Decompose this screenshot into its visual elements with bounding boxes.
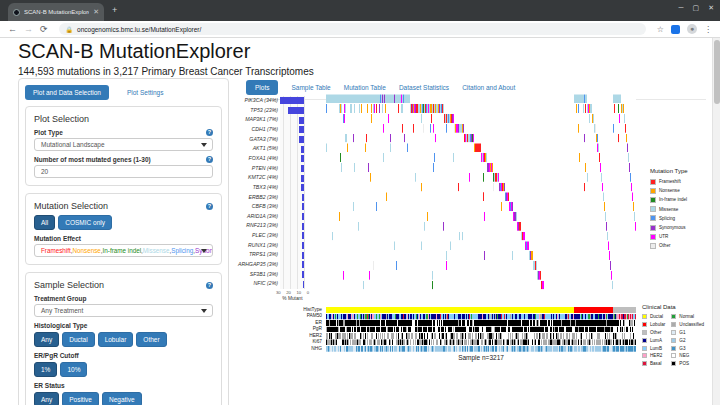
tab-mutation-table[interactable]: Mutation Table	[344, 84, 386, 91]
mutation-type-swatch[interactable]	[650, 179, 656, 185]
profile-avatar[interactable]: ●	[687, 24, 697, 34]
clinical-label[interactable]: G2	[679, 338, 685, 343]
bar-gridline[interactable]	[283, 96, 284, 289]
clinical-label[interactable]: Basal	[650, 361, 662, 366]
tab-plots[interactable]: Plots	[246, 80, 278, 95]
percent-mutant-bar[interactable]	[302, 252, 304, 259]
clinical-swatch[interactable]	[671, 314, 676, 319]
clinical-entry[interactable]: NEG	[671, 352, 704, 360]
mutation-type-label[interactable]: Synonymous	[659, 225, 686, 230]
clinical-entry[interactable]: Basal	[642, 360, 665, 368]
percent-mutant-bar[interactable]	[303, 281, 304, 288]
mutation-type-entry[interactable]: In-frame indel	[650, 195, 710, 204]
clinical-swatch[interactable]	[671, 346, 676, 351]
bar-gridline[interactable]	[290, 96, 291, 289]
mutation-type-entry[interactable]: Frameshift	[650, 177, 710, 186]
er-any-button[interactable]: Any	[34, 392, 59, 405]
mutation-type-label[interactable]: Other	[659, 243, 671, 248]
maximize-icon[interactable]: ▢	[693, 3, 700, 13]
mutation-type-label[interactable]: Missense	[659, 207, 678, 212]
gene-label[interactable]: TBX3 (4%)	[253, 183, 278, 193]
plot-type-help-icon[interactable]: ?	[206, 129, 213, 136]
treatment-group-select[interactable]: Any Treatment	[34, 304, 213, 317]
cutoff-1--button[interactable]: 1%	[34, 362, 57, 377]
clinical-label[interactable]: Ductal	[650, 314, 663, 319]
sample-selection-help-icon[interactable]: ?	[206, 282, 213, 289]
percent-mutant-bar[interactable]	[302, 232, 304, 239]
gene-label[interactable]: CBFB (3%)	[252, 202, 278, 212]
clinical-swatch[interactable]	[642, 322, 647, 327]
page-scrollbar[interactable]	[712, 38, 720, 405]
mutation-selection-help-icon[interactable]: ?	[206, 203, 213, 210]
menu-dots-icon[interactable]: ⋮	[704, 25, 712, 34]
filter-cosmic-only-button[interactable]: COSMIC only	[58, 215, 112, 230]
gene-label[interactable]: GATA3 (7%)	[249, 135, 278, 145]
percent-mutant-bar[interactable]	[302, 203, 304, 210]
clinical-label[interactable]: Unclassified	[679, 322, 704, 327]
clinical-label[interactable]: Normal	[679, 314, 694, 319]
clinical-swatch[interactable]	[671, 338, 676, 343]
percent-mutant-bar[interactable]	[301, 184, 304, 191]
percent-mutant-bar[interactable]	[302, 213, 304, 220]
tab-close-icon[interactable]: ✕	[93, 8, 99, 16]
mutation-type-entry[interactable]: Splicing	[650, 214, 710, 223]
percent-mutant-bar[interactable]	[299, 136, 304, 143]
mutation-type-label[interactable]: Frameshift	[659, 179, 681, 184]
plot-type-select[interactable]: Mutational Landscape	[34, 138, 213, 151]
clinical-label[interactable]: Other	[650, 330, 662, 335]
tab-citation-and-about[interactable]: Citation and About	[462, 84, 515, 91]
mutation-type-entry[interactable]: Synonymous	[650, 223, 710, 232]
scrollbar-thumb[interactable]	[714, 40, 720, 104]
gene-label[interactable]: ARHGAP35 (3%)	[238, 260, 278, 270]
clinical-entry[interactable]: G1	[671, 329, 704, 337]
percent-mutant-bar[interactable]	[299, 126, 304, 133]
gene-label[interactable]: PIK3CA (34%)	[244, 96, 278, 106]
mutation-type-label[interactable]: Nonsense	[659, 188, 680, 193]
clinical-entry[interactable]: Unclassified	[671, 321, 704, 329]
hist-ductal-button[interactable]: Ductal	[62, 332, 94, 347]
percent-mutant-bar[interactable]	[302, 261, 304, 268]
er-positive-button[interactable]: Positive	[62, 392, 99, 405]
tab-plot-settings[interactable]: Plot Settings	[119, 85, 172, 100]
mutation-type-swatch[interactable]	[650, 225, 656, 231]
gene-label[interactable]: ERBB2 (3%)	[249, 193, 278, 203]
browser-tab[interactable]: SCAN-B MutationExplorer ✕	[8, 3, 104, 21]
percent-mutant-bar[interactable]	[302, 271, 304, 278]
percent-mutant-bar[interactable]	[302, 223, 304, 230]
genes-count-input[interactable]: 20	[34, 165, 213, 178]
hist-other-button[interactable]: Other	[136, 332, 166, 347]
clinical-swatch[interactable]	[671, 361, 676, 366]
hist-any-button[interactable]: Any	[34, 332, 59, 347]
mutation-type-swatch[interactable]	[650, 197, 656, 203]
percent-mutant-bar[interactable]	[288, 107, 304, 114]
percent-mutant-bar[interactable]	[302, 194, 304, 201]
percent-mutant-bar[interactable]	[301, 155, 304, 162]
reload-icon[interactable]: ⟳	[40, 25, 48, 34]
mutation-type-swatch[interactable]	[650, 215, 656, 221]
filter-all-button[interactable]: All	[34, 215, 55, 230]
clinical-row-label[interactable]: NHG	[311, 346, 322, 352]
mutation-type-entry[interactable]: UTR	[650, 232, 710, 241]
gene-label[interactable]: PTEN (4%)	[252, 164, 278, 174]
mutation-type-swatch[interactable]	[650, 206, 656, 212]
forward-icon[interactable]: →	[24, 25, 33, 34]
er-negative-button[interactable]: Negative	[102, 392, 142, 405]
close-icon[interactable]: ✕	[708, 3, 714, 13]
mutation-type-entry[interactable]: Other	[650, 241, 710, 250]
percent-mutant-bar[interactable]	[301, 175, 304, 182]
mutation-type-label[interactable]: Splicing	[659, 216, 675, 221]
clinical-label[interactable]: Lobular	[650, 322, 665, 327]
mutation-effect-select[interactable]: Frameshift, Nonsense, In-frame indel, Mi…	[34, 244, 213, 257]
tab-dataset-statistics[interactable]: Dataset Statistics	[399, 84, 449, 91]
gene-label[interactable]: CDH1 (7%)	[251, 125, 278, 135]
extension-icon[interactable]	[671, 25, 680, 34]
gene-label[interactable]: PLEC (3%)	[252, 231, 278, 241]
bar-gridline[interactable]	[304, 96, 305, 289]
percent-mutant-bar[interactable]	[301, 146, 305, 153]
clinical-entry[interactable]: POS	[671, 360, 704, 368]
gene-label[interactable]: FOXA1 (4%)	[249, 154, 278, 164]
mutation-type-swatch[interactable]	[650, 234, 656, 240]
clinical-swatch[interactable]	[642, 346, 647, 351]
mutation-type-label[interactable]: UTR	[659, 234, 668, 239]
clinical-label[interactable]: POS	[679, 361, 689, 366]
